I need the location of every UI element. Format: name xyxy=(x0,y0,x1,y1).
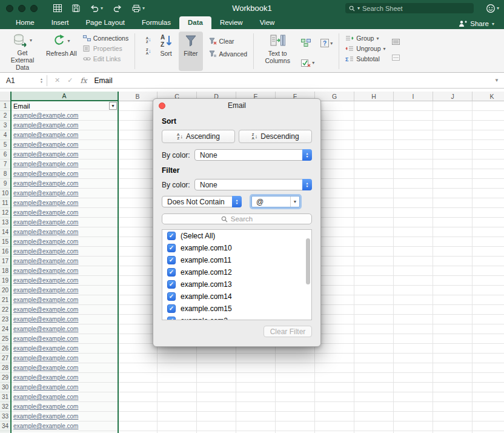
cell-I10[interactable] xyxy=(394,189,433,198)
cell-C32[interactable] xyxy=(158,402,197,412)
row-header-17[interactable]: 17 xyxy=(0,257,11,266)
cell-F34[interactable] xyxy=(276,421,315,431)
cell-G31[interactable] xyxy=(315,392,354,402)
cell-K17[interactable] xyxy=(472,257,504,266)
cell-H1[interactable] xyxy=(354,101,394,111)
cell-J33[interactable] xyxy=(433,412,472,421)
cell-H2[interactable] xyxy=(354,111,394,121)
cell-E27[interactable] xyxy=(236,354,276,363)
cell-J25[interactable] xyxy=(433,334,472,344)
cell-B1[interactable] xyxy=(118,101,158,111)
cell-K30[interactable] xyxy=(472,383,504,392)
cell-B23[interactable] xyxy=(118,315,158,324)
cell-B30[interactable] xyxy=(118,383,158,392)
combo-dropdown-icon[interactable]: ▼ xyxy=(290,196,299,207)
cell-B10[interactable] xyxy=(118,189,158,198)
cell-H13[interactable] xyxy=(354,218,394,227)
cell-H28[interactable] xyxy=(354,363,394,373)
cell-G34[interactable] xyxy=(315,421,354,431)
row-header-4[interactable]: 4 xyxy=(0,130,11,140)
insert-function-icon[interactable]: fx xyxy=(80,76,87,85)
cell-K18[interactable] xyxy=(472,266,504,276)
cell-K14[interactable] xyxy=(472,227,504,237)
cell-G29[interactable] xyxy=(315,373,354,383)
cell-C33[interactable] xyxy=(158,412,197,421)
cell-D29[interactable] xyxy=(197,373,236,383)
cell-I9[interactable] xyxy=(394,179,433,189)
cell-I21[interactable] xyxy=(394,295,433,305)
share-button[interactable]: Share ▾ xyxy=(459,20,504,29)
checkbox-checked-icon[interactable]: ✓ xyxy=(167,232,176,240)
cell-D27[interactable] xyxy=(197,354,236,363)
cell-H14[interactable] xyxy=(354,227,394,237)
cell-A3[interactable]: example@example.com xyxy=(11,121,118,130)
properties-button[interactable]: Properties xyxy=(83,45,128,52)
cell-A10[interactable]: example@example.com xyxy=(11,189,118,198)
cell-J28[interactable] xyxy=(433,363,472,373)
cell-I33[interactable] xyxy=(394,412,433,421)
cell-H5[interactable] xyxy=(354,140,394,150)
cell-K34[interactable] xyxy=(472,421,504,431)
cell-I5[interactable] xyxy=(394,140,433,150)
cell-H7[interactable] xyxy=(354,159,394,169)
cell-I16[interactable] xyxy=(394,247,433,257)
row-header-31[interactable]: 31 xyxy=(0,392,11,402)
data-validation-button[interactable]: ▾ xyxy=(301,59,314,67)
tab-page-layout[interactable]: Page Layout xyxy=(77,16,133,29)
cell-J12[interactable] xyxy=(433,208,472,218)
cell-B2[interactable] xyxy=(118,111,158,121)
consolidate-button[interactable] xyxy=(301,39,314,47)
cell-H24[interactable] xyxy=(354,324,394,334)
filter-by-color-dropdown[interactable]: None ▲▼ xyxy=(194,179,312,190)
print-caret-icon[interactable]: ▾ xyxy=(142,5,145,11)
row-header-6[interactable]: 6 xyxy=(0,150,11,159)
row-header-29[interactable]: 29 xyxy=(0,373,11,383)
email-link[interactable]: example@example.com xyxy=(13,287,78,294)
cell-J21[interactable] xyxy=(433,295,472,305)
cell-F31[interactable] xyxy=(276,392,315,402)
row-header-12[interactable]: 12 xyxy=(0,208,11,218)
tab-home[interactable]: Home xyxy=(7,16,43,29)
filter-condition-dropdown[interactable]: Does Not Contain ▲▼ xyxy=(162,196,242,207)
sort-ascending-button[interactable]: AZ↓ xyxy=(141,35,156,44)
checkbox-checked-icon[interactable]: ✓ xyxy=(167,317,176,320)
cell-G30[interactable] xyxy=(315,383,354,392)
cell-E28[interactable] xyxy=(236,363,276,373)
email-link[interactable]: example@example.com xyxy=(13,306,78,313)
cell-I27[interactable] xyxy=(394,354,433,363)
email-link[interactable]: example@example.com xyxy=(13,403,78,410)
column-filter-dropdown-button[interactable]: ▼ xyxy=(109,102,117,110)
row-header-33[interactable]: 33 xyxy=(0,412,11,421)
row-header-20[interactable]: 20 xyxy=(0,286,11,295)
cell-K31[interactable] xyxy=(472,392,504,402)
filter-list-item[interactable]: ✓(Select All) xyxy=(162,230,311,242)
save-icon[interactable] xyxy=(72,4,80,12)
filter-list-item[interactable]: ✓example.com15 xyxy=(162,303,311,315)
cell-K3[interactable] xyxy=(472,121,504,130)
cell-J11[interactable] xyxy=(433,198,472,208)
advanced-button[interactable]: Advanced xyxy=(209,50,248,58)
row-header-32[interactable]: 32 xyxy=(0,402,11,412)
row-header-15[interactable]: 15 xyxy=(0,237,11,247)
cell-B32[interactable] xyxy=(118,402,158,412)
cell-K1[interactable] xyxy=(472,101,504,111)
row-header-23[interactable]: 23 xyxy=(0,315,11,324)
sort-button[interactable]: AZ Sort xyxy=(159,32,173,71)
cell-B22[interactable] xyxy=(118,305,158,315)
cell-B14[interactable] xyxy=(118,227,158,237)
row-header-10[interactable]: 10 xyxy=(0,189,11,198)
cell-J2[interactable] xyxy=(433,111,472,121)
cell-A25[interactable]: example@example.com xyxy=(11,334,118,344)
email-link[interactable]: example@example.com xyxy=(13,170,78,177)
email-link[interactable]: example@example.com xyxy=(13,180,78,187)
checkbox-checked-icon[interactable]: ✓ xyxy=(167,292,176,301)
checkbox-checked-icon[interactable]: ✓ xyxy=(167,256,176,264)
cell-I29[interactable] xyxy=(394,373,433,383)
cell-I8[interactable] xyxy=(394,169,433,179)
cell-K23[interactable] xyxy=(472,315,504,324)
cell-C29[interactable] xyxy=(158,373,197,383)
cell-J27[interactable] xyxy=(433,354,472,363)
cell-H20[interactable] xyxy=(354,286,394,295)
column-header-I[interactable]: I xyxy=(394,92,433,101)
stepper-down-icon[interactable]: ▼ xyxy=(40,81,43,84)
